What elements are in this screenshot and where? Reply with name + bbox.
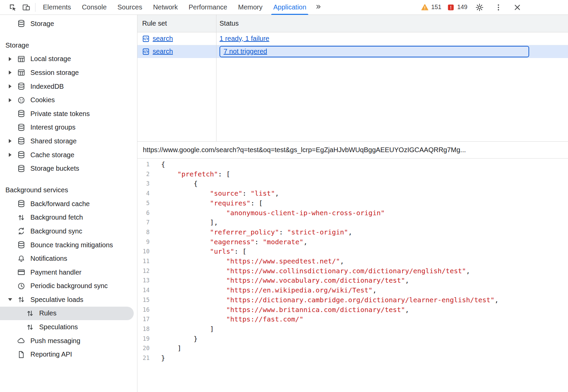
sidebar-section-background-services: Background services xyxy=(0,184,137,197)
line-number: 3 xyxy=(137,179,155,189)
rule-set-link[interactable]: search xyxy=(142,35,173,43)
code-line: 5 "requires": [ xyxy=(137,198,568,208)
line-number: 2 xyxy=(137,169,155,179)
sidebar-item-speculations[interactable]: Speculations xyxy=(0,320,134,334)
rule-set-json-viewer[interactable]: 1{2 "prefetch": [3 {4 "source": "list",5… xyxy=(137,159,568,392)
sidebar-item-notifications[interactable]: Notifications xyxy=(0,252,134,265)
line-number: 15 xyxy=(137,295,155,305)
tab-console[interactable]: Console xyxy=(76,0,112,15)
rule-sets-grid: Rule set Status search 1 ready, 1 failur… xyxy=(137,15,568,142)
status-link[interactable]: 7 not triggered xyxy=(224,48,267,55)
close-devtools-button[interactable] xyxy=(511,1,524,14)
tab-performance[interactable]: Performance xyxy=(183,0,233,15)
sidebar-item-session-storage[interactable]: Session storage xyxy=(0,66,134,80)
issue-count[interactable]: 149 xyxy=(447,3,467,11)
inspect-icon xyxy=(8,3,17,12)
column-header-status[interactable]: Status xyxy=(216,15,568,32)
tab-memory[interactable]: Memory xyxy=(233,0,268,15)
inspect-element-button[interactable] xyxy=(6,1,20,14)
sidebar-item-indexeddb[interactable]: IndexedDB xyxy=(0,80,134,93)
database-icon xyxy=(17,199,26,208)
sidebar-item-back-forward-cache[interactable]: Back/forward cache xyxy=(0,197,134,211)
line-number: 12 xyxy=(137,266,155,276)
document-icon xyxy=(17,350,26,359)
device-toolbar-icon xyxy=(22,3,31,12)
collapse-arrow-icon[interactable] xyxy=(3,293,17,307)
sidebar-item-rules[interactable]: Rules xyxy=(0,307,134,320)
grid-header: Rule set Status xyxy=(137,15,568,32)
devtools-window: Elements Console Sources Network Perform… xyxy=(0,0,568,392)
code-line: 17 "https://fast.com/" xyxy=(137,314,568,324)
sidebar-item-background-sync[interactable]: Background sync xyxy=(0,224,134,238)
tab-application[interactable]: Application xyxy=(268,0,312,15)
sidebar-item-bounce-tracking-mitigations[interactable]: Bounce tracking mitigations xyxy=(0,238,134,252)
rule-set-row-selected[interactable]: search 7 not triggered xyxy=(137,45,568,58)
database-icon xyxy=(17,137,26,145)
issue-count-label: 149 xyxy=(457,4,467,11)
expand-arrow-icon[interactable] xyxy=(3,134,17,148)
code-line: 21} xyxy=(137,353,568,363)
tab-network[interactable]: Network xyxy=(148,0,183,15)
sidebar-item-speculative-loads[interactable]: Speculative loads xyxy=(0,293,134,307)
database-icon xyxy=(17,109,26,118)
sidebar-item-periodic-background-sync[interactable]: Periodic background sync xyxy=(0,279,134,293)
warning-count[interactable]: 151 xyxy=(421,3,441,11)
warning-icon xyxy=(421,3,429,11)
code-line: 19 } xyxy=(137,334,568,344)
line-number: 6 xyxy=(137,208,155,218)
rule-set-link[interactable]: search xyxy=(142,48,173,55)
rule-set-row[interactable]: search 1 ready, 1 failure xyxy=(137,32,568,45)
sidebar-item-push-messaging[interactable]: Push messaging xyxy=(0,334,134,348)
expand-arrow-icon[interactable] xyxy=(3,80,17,93)
code-line: 6 "anonymous-client-ip-when-cross-origin… xyxy=(137,208,568,218)
code-line: 8 "referrer_policy": "strict-origin", xyxy=(137,227,568,237)
sidebar-item-storage[interactable]: Storage xyxy=(0,17,134,31)
application-sidebar: Storage Storage Local storage Session st… xyxy=(0,15,137,392)
line-number: 1 xyxy=(137,160,155,169)
rule-set-preview-pane: https://www.google.com/search?q=test&oq=… xyxy=(137,142,568,392)
sidebar-item-cache-storage[interactable]: Cache storage xyxy=(0,148,134,162)
sidebar-item-payment-handler[interactable]: Payment handler xyxy=(0,265,134,279)
column-header-rule-set[interactable]: Rule set xyxy=(137,15,216,32)
tab-elements[interactable]: Elements xyxy=(37,0,76,15)
line-number: 13 xyxy=(137,276,155,285)
sidebar-item-interest-groups[interactable]: Interest groups xyxy=(0,121,134,135)
warning-count-label: 151 xyxy=(431,4,441,11)
code-line: 3 { xyxy=(137,179,568,189)
device-toolbar-button[interactable] xyxy=(20,1,33,14)
table-icon xyxy=(17,55,26,63)
line-number: 21 xyxy=(137,353,155,363)
cloud-icon xyxy=(17,336,26,345)
code-line: 15 "https://dictionary.cambridge.org/dic… xyxy=(137,295,568,305)
toolbar-divider xyxy=(35,3,35,12)
code-lines: 1{2 "prefetch": [3 {4 "source": "list",5… xyxy=(137,160,568,363)
sidebar-item-storage-buckets[interactable]: Storage buckets xyxy=(0,162,134,175)
speculative-loads-rules-view: Rule set Status search 1 ready, 1 failur… xyxy=(137,15,568,392)
sidebar-item-private-state-tokens[interactable]: Private state tokens xyxy=(0,107,134,121)
sidebar-item-local-storage[interactable]: Local storage xyxy=(0,52,134,66)
settings-button[interactable] xyxy=(473,1,486,14)
expand-arrow-icon[interactable] xyxy=(3,148,17,162)
database-icon xyxy=(17,164,26,173)
line-number: 8 xyxy=(137,227,155,237)
sidebar-item-background-fetch[interactable]: Background fetch xyxy=(0,211,134,225)
expand-arrow-icon[interactable] xyxy=(3,52,17,66)
sidebar-item-cookies[interactable]: Cookies xyxy=(0,93,134,107)
line-number: 19 xyxy=(137,334,155,344)
expand-arrow-icon[interactable] xyxy=(3,66,17,80)
sidebar-item-shared-storage[interactable]: Shared storage xyxy=(0,134,134,148)
table-icon xyxy=(17,68,26,77)
application-panel: Storage Storage Local storage Session st… xyxy=(0,15,568,392)
database-icon xyxy=(17,82,26,91)
kebab-menu-icon xyxy=(494,3,503,12)
code-line: 13 "https://www.vocabulary.com/dictionar… xyxy=(137,276,568,285)
menu-button[interactable] xyxy=(492,1,505,14)
database-icon xyxy=(17,123,26,132)
more-tabs-button[interactable] xyxy=(312,0,325,13)
tab-sources[interactable]: Sources xyxy=(112,0,148,15)
status-cell-focused[interactable]: 7 not triggered xyxy=(220,46,529,57)
sidebar-item-reporting-api[interactable]: Reporting API xyxy=(0,347,134,361)
column-divider[interactable] xyxy=(216,15,216,141)
status-link[interactable]: 1 ready, 1 failure xyxy=(220,35,269,43)
expand-arrow-icon[interactable] xyxy=(3,93,17,107)
